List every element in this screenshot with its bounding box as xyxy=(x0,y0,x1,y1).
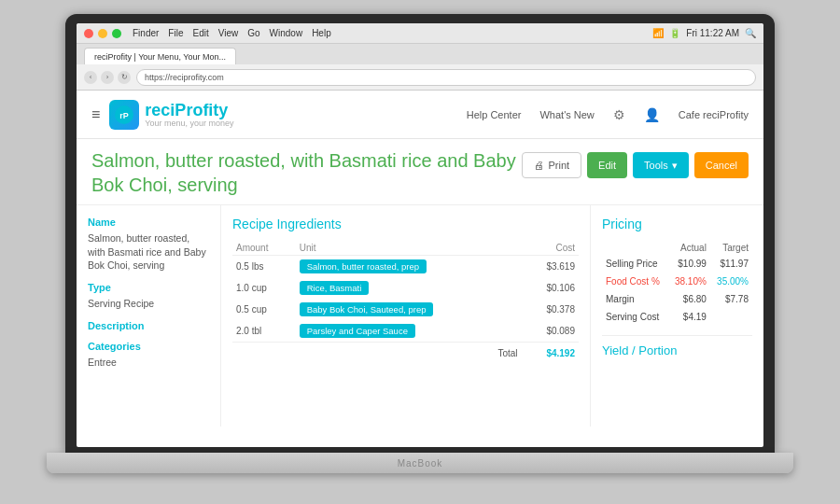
ingredient-tag-cell[interactable]: Parsley and Caper Sauce xyxy=(296,320,522,343)
ingredients-table: Amount Unit Cost 0.5 lbs Salmon, butter … xyxy=(232,241,579,362)
ingredient-row: 2.0 tbl Parsley and Caper Sauce $0.089 xyxy=(232,320,579,343)
pricing-row-target: $7.78 xyxy=(710,290,752,308)
logo-text-area: reciProfity Your menu, your money xyxy=(145,102,233,128)
print-button[interactable]: 🖨 Print xyxy=(522,152,581,178)
ingredient-tag-cell[interactable]: Rice, Basmati xyxy=(296,277,522,299)
address-bar[interactable]: https://reciprofity.com xyxy=(136,69,756,86)
back-button[interactable]: ‹ xyxy=(84,71,97,84)
sidebar-categories-value: Entree xyxy=(88,356,209,370)
maximize-button[interactable] xyxy=(112,29,121,38)
ingredient-tag-cell[interactable]: Salmon, butter roasted, prep xyxy=(296,256,522,278)
search-icon[interactable]: 🔍 xyxy=(745,28,756,38)
nav-links: Help Center What's New ⚙ 👤 Cafe reciProf… xyxy=(467,107,749,122)
ingredient-row: 1.0 cup Rice, Basmati $0.106 xyxy=(232,277,579,299)
sidebar-name-label: Name xyxy=(88,217,209,228)
ingredient-tag[interactable]: Baby Bok Choi, Sauteed, prep xyxy=(300,302,434,316)
total-value: $4.192 xyxy=(522,343,580,363)
ingredient-tag[interactable]: Rice, Basmati xyxy=(300,281,370,295)
whats-new-link[interactable]: What's New xyxy=(539,109,594,120)
edit-button[interactable]: Edit xyxy=(587,152,627,178)
pricing-col-label xyxy=(602,241,668,255)
pricing-row-label: Serving Cost xyxy=(602,308,668,326)
macos-titlebar: Finder File Edit View Go Window Help 📶 🔋… xyxy=(77,23,763,44)
pricing-row-target xyxy=(710,308,752,326)
pricing-title: Pricing xyxy=(602,217,752,231)
pricing-col-target: Target xyxy=(710,241,752,255)
browser-tab-active[interactable]: reciProfity | Your Menu, Your Mon... xyxy=(84,48,236,64)
forward-button[interactable]: › xyxy=(101,71,114,84)
tools-chevron-icon: ▾ xyxy=(672,160,678,172)
mac-go[interactable]: Go xyxy=(247,28,259,38)
browser-tab-bar: reciProfity | Your Menu, Your Mon... xyxy=(77,44,763,64)
browser-chrome: ‹ › ↻ https://reciprofity.com xyxy=(77,64,763,91)
close-button[interactable] xyxy=(84,29,93,38)
pricing-row-actual: 38.10% xyxy=(668,273,710,290)
app-content: ≡ rP reciProfity Your menu, your money xyxy=(77,91,763,427)
sidebar-categories-label: Categories xyxy=(88,341,209,352)
user-icon[interactable]: 👤 xyxy=(644,107,660,122)
cancel-label: Cancel xyxy=(706,160,737,171)
total-spacer xyxy=(232,343,296,363)
ingredient-cost: $0.106 xyxy=(522,277,580,299)
pricing-row-actual: $10.99 xyxy=(668,255,710,273)
mac-finder[interactable]: Finder xyxy=(133,28,159,38)
mac-help[interactable]: Help xyxy=(312,28,331,38)
ingredient-row: 0.5 cup Baby Bok Choi, Sauteed, prep $0.… xyxy=(232,299,579,320)
app-nav: ≡ rP reciProfity Your menu, your money xyxy=(77,91,763,139)
print-icon: 🖨 xyxy=(534,160,544,171)
ingredient-cost: $3.619 xyxy=(522,256,580,278)
ingredient-tag[interactable]: Parsley and Caper Sauce xyxy=(300,324,415,338)
mac-edit[interactable]: Edit xyxy=(192,28,208,38)
tools-button[interactable]: Tools ▾ xyxy=(633,152,689,178)
col-cost-header: Cost xyxy=(522,241,580,256)
col-unit-header: Unit xyxy=(296,241,522,256)
mac-view[interactable]: View xyxy=(218,28,239,38)
pricing-panel: Pricing Actual Target Selling Pr xyxy=(591,205,763,427)
ingredient-amount: 0.5 lbs xyxy=(232,256,296,278)
sidebar-type-value: Serving Recipe xyxy=(88,297,209,311)
ingredient-cost: $0.378 xyxy=(522,299,580,320)
traffic-lights xyxy=(84,29,121,38)
help-center-link[interactable]: Help Center xyxy=(467,109,522,120)
mac-window[interactable]: Window xyxy=(270,28,303,38)
laptop-screen-bezel: Finder File Edit View Go Window Help 📶 🔋… xyxy=(65,14,775,453)
minimize-button[interactable] xyxy=(98,29,107,38)
mac-menu: Finder File Edit View Go Window Help xyxy=(133,28,331,38)
cancel-button[interactable]: Cancel xyxy=(694,152,749,178)
settings-icon[interactable]: ⚙ xyxy=(613,107,625,122)
pricing-row: Serving Cost $4.19 xyxy=(602,308,752,326)
sidebar-type-label: Type xyxy=(88,282,209,293)
yield-section-title: Yield / Portion xyxy=(602,335,752,357)
ingredient-amount: 1.0 cup xyxy=(232,277,296,299)
ingredient-row: 0.5 lbs Salmon, butter roasted, prep $3.… xyxy=(232,256,579,278)
laptop-shell: Finder File Edit View Go Window Help 📶 🔋… xyxy=(56,14,784,490)
pricing-col-actual: Actual xyxy=(668,241,710,255)
pricing-row: Margin $6.80 $7.78 xyxy=(602,290,752,308)
screen-inner: Finder File Edit View Go Window Help 📶 🔋… xyxy=(77,23,763,447)
sidebar: Name Salmon, butter roasted, with Basmat… xyxy=(77,205,221,427)
logo-tagline: Your menu, your money xyxy=(145,119,233,128)
pricing-row-actual: $6.80 xyxy=(668,290,710,308)
svg-text:rP: rP xyxy=(120,111,130,120)
pricing-row: Food Cost % 38.10% 35.00% xyxy=(602,273,752,290)
logo-name[interactable]: reciProfity xyxy=(145,102,233,119)
sidebar-name-value: Salmon, butter roasted, with Basmati ric… xyxy=(88,231,209,273)
mac-file[interactable]: File xyxy=(168,28,183,38)
pricing-table: Actual Target Selling Price $10.99 $11.9… xyxy=(602,241,752,326)
pricing-row-actual: $4.19 xyxy=(668,308,710,326)
ingredient-tag[interactable]: Salmon, butter roasted, prep xyxy=(300,259,427,273)
ingredients-panel: Recipe Ingredients Amount Unit Cost xyxy=(221,205,591,427)
pricing-row-target: 35.00% xyxy=(710,273,752,290)
cafe-name[interactable]: Cafe reciProfity xyxy=(679,109,749,120)
action-buttons: 🖨 Print Edit Tools ▾ Cancel xyxy=(522,152,749,178)
logo-area: rP reciProfity Your menu, your money xyxy=(109,100,233,130)
edit-label: Edit xyxy=(598,160,616,171)
refresh-button[interactable]: ↻ xyxy=(118,71,131,84)
pricing-row-label: Margin xyxy=(602,290,668,308)
laptop-brand: MacBook xyxy=(398,458,443,469)
pricing-row: Selling Price $10.99 $11.97 xyxy=(602,255,752,273)
browser-nav-buttons: ‹ › ↻ xyxy=(84,71,131,84)
hamburger-icon[interactable]: ≡ xyxy=(91,106,100,123)
ingredient-cost: $0.089 xyxy=(522,320,580,343)
ingredient-tag-cell[interactable]: Baby Bok Choi, Sauteed, prep xyxy=(296,299,522,320)
